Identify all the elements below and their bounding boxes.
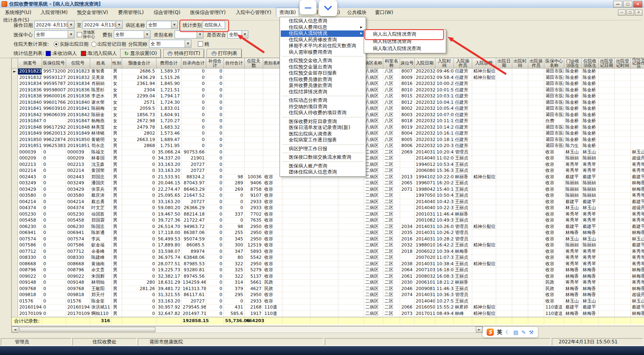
- table-cell[interactable]: 收容: [544, 193, 564, 199]
- table-cell[interactable]: 10:07:06: [435, 112, 454, 118]
- table-cell[interactable]: 蔡建平: [582, 224, 599, 230]
- table-cell[interactable]: 林玉山: [564, 236, 582, 242]
- table-cell[interactable]: 余文贵: [90, 267, 112, 273]
- table-cell[interactable]: 蚁金福: [90, 242, 112, 248]
- table-cell[interactable]: 男: [112, 187, 122, 193]
- table-cell[interactable]: 收容: [263, 193, 282, 199]
- row-selector[interactable]: [12, 87, 18, 93]
- row-selector[interactable]: [12, 93, 18, 99]
- table-cell[interactable]: [496, 87, 512, 93]
- table-cell[interactable]: 蔡建平: [564, 199, 582, 205]
- table-cell[interactable]: [496, 267, 512, 273]
- table-cell[interactable]: 二区: [383, 230, 400, 236]
- table-cell[interactable]: 19970507: [415, 193, 435, 199]
- table-cell[interactable]: 林梅香: [564, 286, 582, 292]
- table-cell[interactable]: [512, 112, 528, 118]
- table-cell[interactable]: [512, 299, 528, 305]
- table-cell[interactable]: [496, 255, 512, 261]
- table-cell[interactable]: 20727: [181, 162, 206, 168]
- menu-item[interactable]: 住院预交金收入查询: [281, 58, 365, 64]
- table-cell[interactable]: [599, 311, 615, 317]
- table-cell[interactable]: 王丽贞: [454, 168, 472, 174]
- row-selector[interactable]: [12, 305, 18, 311]
- table-cell[interactable]: 008668: [66, 261, 90, 267]
- table-cell[interactable]: 蒋秀琴: [631, 249, 644, 255]
- table-cell[interactable]: [310, 205, 338, 211]
- table-cell[interactable]: [338, 280, 364, 286]
- table-cell[interactable]: 255: [224, 230, 245, 236]
- table-cell[interactable]: 蔡建平: [631, 199, 644, 205]
- table-row[interactable]: 0083300008330陈建峰男036,975.7463848.0608055…: [12, 255, 644, 261]
- menubar-item[interactable]: 费用管理(L): [113, 8, 149, 17]
- table-cell[interactable]: [615, 224, 631, 230]
- table-cell[interactable]: 管理员: [454, 149, 472, 155]
- table-cell[interactable]: 08:49:43: [435, 311, 454, 317]
- table-cell[interactable]: 王敬阳: [90, 286, 112, 292]
- table-cell[interactable]: 20727: [181, 168, 206, 174]
- table-cell[interactable]: 男: [112, 205, 122, 211]
- table-cell[interactable]: [224, 106, 245, 112]
- table-cell[interactable]: [282, 193, 310, 199]
- table-cell[interactable]: 民政: [263, 286, 282, 292]
- table-cell[interactable]: 王丽贞: [454, 242, 472, 248]
- table-cell[interactable]: [528, 162, 544, 168]
- table-cell[interactable]: 0: [42, 305, 66, 311]
- table-cell[interactable]: 郑国忠: [90, 174, 112, 180]
- table-cell[interactable]: [631, 112, 644, 118]
- table-cell[interactable]: [599, 81, 615, 87]
- table-cell[interactable]: 王丽贞: [454, 274, 472, 280]
- table-cell[interactable]: 莆田市医疗: [544, 125, 564, 131]
- table-cell[interactable]: [338, 224, 364, 230]
- table-cell[interactable]: 88324.2: [181, 174, 206, 180]
- table-cell[interactable]: 男: [112, 174, 122, 180]
- table-cell[interactable]: 蒋秀琴: [582, 168, 599, 174]
- table-cell[interactable]: 二区: [383, 255, 400, 261]
- table-cell[interactable]: 8007: [400, 69, 415, 75]
- table-cell[interactable]: [472, 274, 496, 280]
- table-cell[interactable]: [496, 286, 512, 292]
- row-selector[interactable]: [12, 236, 18, 242]
- table-cell[interactable]: [599, 261, 615, 267]
- table-cell[interactable]: [338, 292, 364, 298]
- table-cell[interactable]: 任建芳: [454, 143, 472, 149]
- table-cell[interactable]: 11:46:41: [435, 212, 454, 218]
- table-cell[interactable]: 01576: [18, 299, 42, 305]
- table-cell[interactable]: [512, 131, 528, 137]
- table-cell[interactable]: 八区: [383, 143, 400, 149]
- table-cell[interactable]: 0: [206, 280, 224, 286]
- row-selector[interactable]: [12, 274, 18, 280]
- row-selector[interactable]: [12, 193, 18, 199]
- table-cell[interactable]: 林春国: [90, 155, 112, 161]
- table-cell[interactable]: 莆田市医疗: [544, 106, 564, 112]
- table-cell[interactable]: 收容: [544, 236, 564, 242]
- table-cell[interactable]: 八病区: [364, 137, 383, 143]
- table-cell[interactable]: [496, 199, 512, 205]
- table-cell[interactable]: 0: [206, 305, 224, 311]
- table-cell[interactable]: 2950: [245, 236, 263, 242]
- table-cell[interactable]: [245, 112, 263, 118]
- table-cell[interactable]: [310, 242, 338, 248]
- table-cell[interactable]: 1,845.90: [157, 81, 181, 87]
- table-cell[interactable]: 2073: [400, 311, 415, 317]
- table-cell[interactable]: [528, 255, 544, 261]
- table-cell[interactable]: 28,077.51: [157, 261, 181, 267]
- table-cell[interactable]: 二区: [383, 212, 400, 218]
- table-cell[interactable]: 蒋秀琴: [564, 218, 582, 224]
- table-cell[interactable]: 002213: [66, 162, 90, 168]
- table-cell[interactable]: 10:42:32: [435, 199, 454, 205]
- table-cell[interactable]: 二病区: [364, 218, 383, 224]
- table-cell[interactable]: 王丽贞: [454, 205, 472, 211]
- table-cell[interactable]: [599, 274, 615, 280]
- table-cell[interactable]: [472, 168, 496, 174]
- table-cell[interactable]: 任建芳: [454, 106, 472, 112]
- table-cell[interactable]: 收容: [544, 168, 564, 174]
- table-cell[interactable]: [400, 168, 415, 174]
- row-selector[interactable]: [12, 311, 18, 317]
- table-cell[interactable]: 4627: [245, 286, 263, 292]
- table-row[interactable]: 0091480009148林明灿男28018,631.29134259.4603…: [12, 280, 644, 286]
- table-cell[interactable]: 1,689.47: [157, 137, 181, 143]
- table-cell[interactable]: 收容: [263, 236, 282, 242]
- table-cell[interactable]: 279545.98: [181, 305, 206, 311]
- table-cell[interactable]: [615, 218, 631, 224]
- table-cell[interactable]: 20191849: [66, 131, 90, 137]
